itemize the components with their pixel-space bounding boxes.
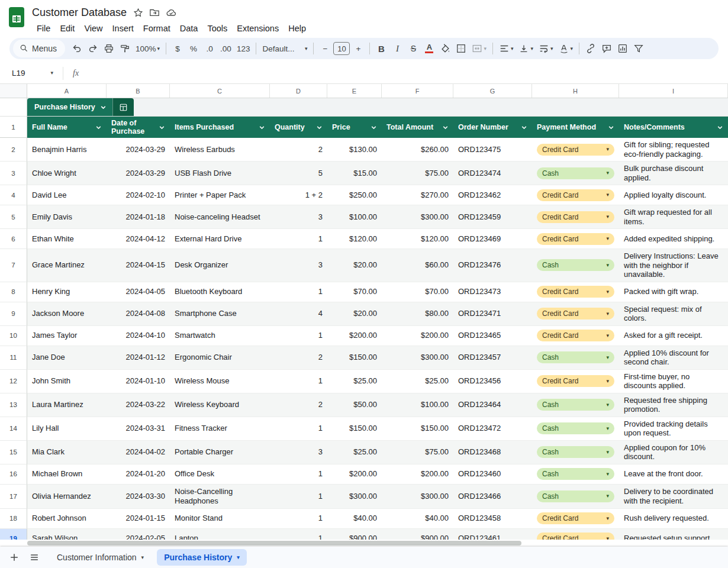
cell-notes-comments[interactable]: Gift wrap requested for all items. [619, 205, 728, 229]
cell-total-amount[interactable]: $75.00 [382, 441, 453, 464]
cell-full-name[interactable]: John Smith [27, 370, 107, 393]
row-number[interactable]: 7 [0, 249, 27, 282]
cell-date-of-purchase[interactable]: 2024-04-08 [107, 302, 170, 326]
cell-items-purchased[interactable]: Fitness Tracker [170, 417, 270, 441]
cell-order-number[interactable]: ORD123469 [453, 229, 532, 249]
menu-view[interactable]: View [79, 22, 107, 35]
payment-method-dropdown[interactable]: Cash ▾ [537, 490, 614, 502]
cell-quantity[interactable]: 1 [270, 529, 327, 540]
cell-date-of-purchase[interactable]: 2024-04-10 [107, 326, 170, 346]
row-number[interactable]: 19 [0, 529, 27, 540]
cell-items-purchased[interactable]: Desk Organizer [170, 249, 270, 282]
cell-price[interactable]: $150.00 [327, 346, 382, 370]
cell-price[interactable]: $300.00 [327, 485, 382, 509]
increase-font-size-button[interactable]: + [350, 40, 366, 57]
font-select[interactable]: Default...▾ [260, 40, 310, 57]
row-number[interactable]: 15 [0, 441, 27, 464]
cell-full-name[interactable]: James Taylor [27, 326, 107, 346]
payment-method-dropdown[interactable]: Credit Card ▾ [537, 330, 614, 341]
payment-method-dropdown[interactable]: Cash ▾ [537, 468, 614, 480]
cell-items-purchased[interactable]: External Hard Drive [170, 229, 270, 249]
cell-date-of-purchase[interactable]: 2024-01-15 [107, 509, 170, 529]
cell-order-number[interactable]: ORD123460 [453, 464, 532, 485]
cell-items-purchased[interactable]: Smartwatch [170, 326, 270, 346]
cell-payment-method[interactable]: Credit Card ▾ [532, 326, 619, 346]
row-number[interactable]: 16 [0, 464, 27, 485]
cell-items-purchased[interactable]: Noise-canceling Headset [170, 205, 270, 229]
cell-full-name[interactable]: Sarah Wilson [27, 529, 107, 540]
cell-items-purchased[interactable]: Wireless Earbuds [170, 138, 270, 162]
row-number[interactable]: 3 [0, 162, 27, 185]
print-button[interactable] [101, 40, 117, 57]
table-header-price[interactable]: Price [327, 117, 382, 138]
select-all-corner[interactable] [0, 84, 27, 98]
cell-quantity[interactable]: 4 [270, 302, 327, 326]
cell-payment-method[interactable]: Credit Card ▾ [532, 302, 619, 326]
cell-full-name[interactable]: Robert Johnson [27, 509, 107, 529]
cell-quantity[interactable]: 3 [270, 249, 327, 282]
column-header-e[interactable]: E [327, 84, 382, 98]
cell-date-of-purchase[interactable]: 2024-03-30 [107, 485, 170, 509]
payment-method-dropdown[interactable]: Credit Card ▾ [537, 211, 614, 223]
cell-full-name[interactable]: Olivia Hernandez [27, 485, 107, 509]
cell-full-name[interactable]: Emily Davis [27, 205, 107, 229]
cell-notes-comments[interactable]: Added expedited shipping. [619, 229, 728, 249]
paint-format-button[interactable] [117, 40, 133, 57]
payment-method-dropdown[interactable]: Credit Card ▾ [537, 233, 614, 245]
cell-date-of-purchase[interactable]: 2024-04-12 [107, 229, 170, 249]
cell-notes-comments[interactable]: Applied coupon for 10% discount. [619, 441, 728, 464]
cell-payment-method[interactable]: Credit Card ▾ [532, 229, 619, 249]
cell-quantity[interactable]: 3 [270, 441, 327, 464]
cell-order-number[interactable]: ORD123476 [453, 249, 532, 282]
star-icon[interactable] [133, 7, 143, 18]
italic-button[interactable]: I [389, 40, 405, 57]
cell-items-purchased[interactable]: Printer + Paper Pack [170, 185, 270, 205]
payment-method-dropdown[interactable]: Credit Card ▾ [537, 144, 614, 156]
name-box[interactable]: L19 ▾ [5, 69, 59, 78]
menu-file[interactable]: File [32, 22, 55, 35]
column-header-a[interactable]: A [27, 84, 107, 98]
cell-items-purchased[interactable]: Office Desk [170, 464, 270, 485]
cell-notes-comments[interactable]: Applied 10% discount for second chair. [619, 346, 728, 370]
cell-quantity[interactable]: 1 [270, 370, 327, 393]
cell-total-amount[interactable]: $270.00 [382, 185, 453, 205]
cloud-saved-icon[interactable] [166, 7, 176, 18]
cell-payment-method[interactable]: Cash ▾ [532, 441, 619, 464]
cell-order-number[interactable]: ORD123464 [453, 393, 532, 417]
row-number[interactable]: 11 [0, 346, 27, 370]
cell-order-number[interactable]: ORD123475 [453, 138, 532, 162]
cell-full-name[interactable]: Jane Doe [27, 346, 107, 370]
cell-items-purchased[interactable]: Ergonomic Chair [170, 346, 270, 370]
cell-total-amount[interactable]: $260.00 [382, 138, 453, 162]
cell-price[interactable]: $25.00 [327, 370, 382, 393]
cell-total-amount[interactable]: $100.00 [382, 393, 453, 417]
cell-date-of-purchase[interactable]: 2024-01-20 [107, 464, 170, 485]
menu-format[interactable]: Format [138, 22, 175, 35]
cell-price[interactable]: $250.00 [327, 185, 382, 205]
cell-price[interactable]: $25.00 [327, 441, 382, 464]
cell-quantity[interactable]: 3 [270, 205, 327, 229]
cell-quantity[interactable]: 1 [270, 464, 327, 485]
row-number[interactable]: 2 [0, 138, 27, 162]
cell-notes-comments[interactable]: Requested free shipping promotion. [619, 393, 728, 417]
menu-tools[interactable]: Tools [202, 22, 232, 35]
cell-price[interactable]: $15.00 [327, 162, 382, 185]
cell-payment-method[interactable]: Cash ▾ [532, 417, 619, 441]
row-number[interactable]: 10 [0, 326, 27, 346]
strikethrough-button[interactable]: S [405, 40, 421, 57]
cell-date-of-purchase[interactable]: 2024-02-05 [107, 529, 170, 540]
row-number[interactable]: 14 [0, 417, 27, 441]
payment-method-dropdown[interactable]: Credit Card ▾ [537, 512, 614, 524]
cell-price[interactable]: $130.00 [327, 138, 382, 162]
cell-date-of-purchase[interactable]: 2024-01-12 [107, 346, 170, 370]
cell-notes-comments[interactable]: Asked for a gift receipt. [619, 326, 728, 346]
table-header-payment-method[interactable]: Payment Method [532, 117, 619, 138]
cell-notes-comments[interactable]: Requested setup support. [619, 529, 728, 540]
cell-total-amount[interactable]: $80.00 [382, 302, 453, 326]
all-sheets-button[interactable] [25, 548, 44, 567]
cell-items-purchased[interactable]: Laptop [170, 529, 270, 540]
cell-quantity[interactable]: 2 [270, 138, 327, 162]
table-name-chip[interactable]: Purchase History [27, 98, 112, 116]
cell-price[interactable]: $50.00 [327, 393, 382, 417]
fill-color-button[interactable] [437, 40, 453, 57]
